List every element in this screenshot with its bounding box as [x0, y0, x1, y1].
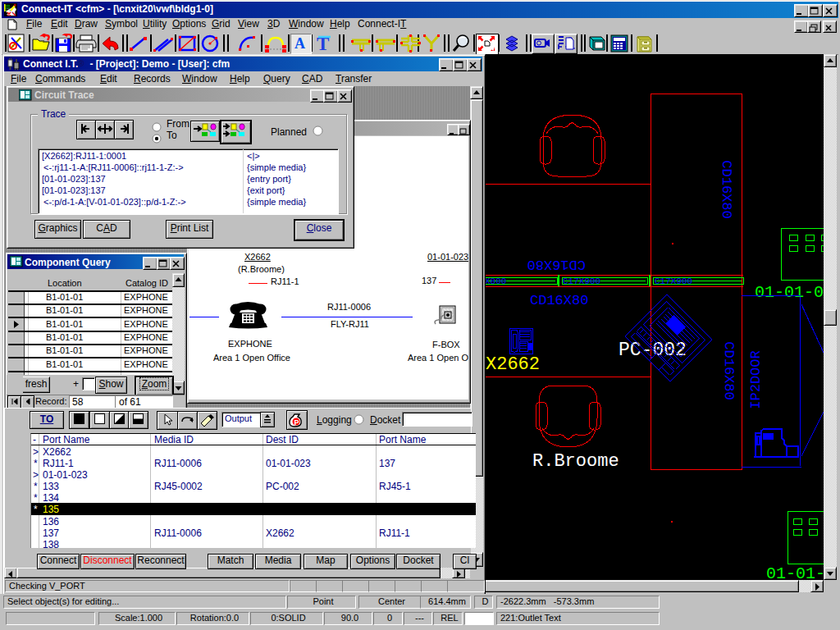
- svg-text:IP2DOOR: IP2DOOR: [748, 350, 764, 409]
- svg-text:C17X900: C17X900: [563, 276, 600, 286]
- svg-text:01-01-0: 01-01-0: [755, 283, 824, 302]
- svg-text:C17X900: C17X900: [655, 276, 692, 286]
- svg-text:P: P: [294, 418, 299, 427]
- svg-text:A: A: [294, 35, 305, 52]
- svg-text:CD16X80: CD16X80: [527, 257, 586, 272]
- svg-text:CD16X80: CD16X80: [721, 341, 737, 399]
- svg-text:X2662: X2662: [486, 354, 540, 375]
- svg-text:R.Broome: R.Broome: [532, 451, 619, 472]
- svg-text:CD16X80: CD16X80: [719, 160, 734, 218]
- svg-text:CD16X80: CD16X80: [530, 293, 588, 308]
- svg-text:01-01-: 01-01-: [766, 564, 824, 580]
- svg-text:X800: X800: [485, 276, 506, 286]
